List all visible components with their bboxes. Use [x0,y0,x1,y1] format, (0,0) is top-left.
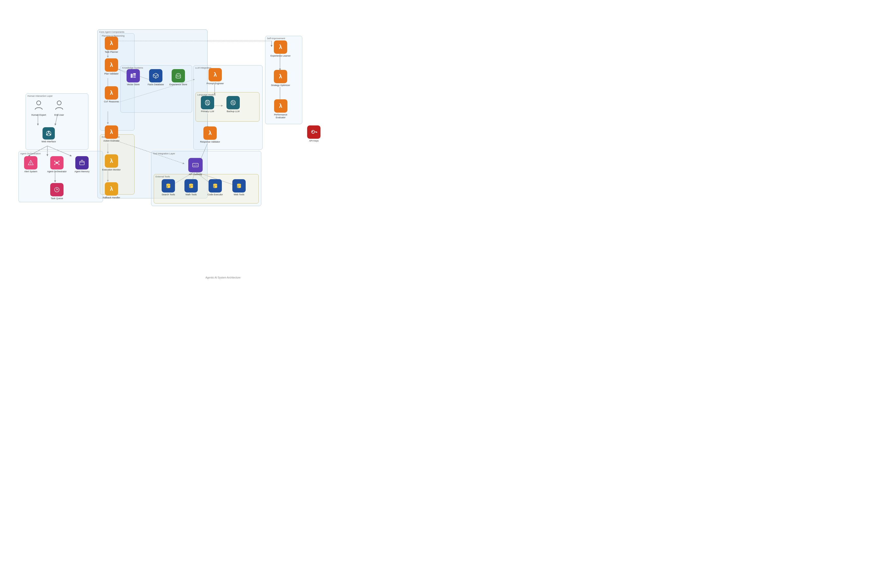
action-executor-label: Action Executor [103,140,119,142]
alert-system-node: Alert System [21,156,41,173]
svg-point-38 [57,101,61,105]
response-validator-label: Response Validator [200,141,220,143]
vector-store-label: Vector Store [127,83,140,86]
api-keys-node: API Keys [304,125,324,142]
code-executor-node: Code Executor [205,179,226,196]
response-validator-icon: λ [203,126,217,140]
task-queue-node: Task Queue [47,183,67,200]
experience-learner-node: λ Experience Learner [270,40,291,57]
task-queue-label: Task Queue [51,197,63,200]
cot-reasoner-icon: λ [105,86,118,100]
facts-database-icon [149,69,162,82]
svg-line-44 [47,132,49,134]
math-tools-label: Math Tools [185,193,197,196]
svg-rect-30 [133,75,136,76]
human-expert-icon [33,99,44,113]
cot-reasoner-node: λ CoT Reasoner [101,86,122,103]
task-planner-icon: λ [105,37,118,50]
agent-orchestrator-icon [50,156,63,170]
execution-monitor-node: λ Execution Monitor [101,154,122,171]
plan-validator-icon: λ [105,58,118,72]
backup-llm-node: Backup LLM [223,96,244,113]
svg-line-53 [55,162,56,163]
primary-llm-node: Primary LLM [197,96,218,113]
performance-evaluator-label: Performance Evaluator [271,113,291,119]
agent-memory-node: Agent Memory [72,156,92,173]
task-queue-icon [50,183,63,196]
response-validator-node: λ Response Validator [200,126,220,143]
strategy-optimizer-icon: λ [274,70,287,83]
api-gateway-label: API Gateway [189,173,202,176]
svg-point-52 [59,164,60,165]
experience-store-label: Experience Store [169,83,187,86]
svg-point-41 [50,134,51,135]
end-user-icon [54,99,65,113]
api-gateway-icon: </> [188,158,203,172]
api-keys-icon [307,125,320,139]
svg-point-65 [57,189,57,190]
human-interaction-label: Human Interaction Layer [27,95,53,97]
prompt-engineer-label: Prompt Engineer [206,82,224,85]
svg-point-47 [30,164,31,165]
knowledge-label: Knowledge Systems [122,66,143,69]
vector-store-node: Vector Store [123,69,143,86]
svg-point-71 [238,186,239,188]
svg-point-40 [48,131,50,132]
agent-orchestration-label: Agent Orchestration [20,152,41,155]
svg-point-48 [56,162,58,164]
end-user-node: End User [50,99,68,117]
performance-evaluator-icon: λ [274,99,287,112]
search-tools-icon [162,179,175,192]
svg-point-68 [167,186,168,188]
search-tools-label: Search Tools [162,193,175,196]
fallback-handler-label: Fallback Handler [103,196,120,199]
prompt-engineer-node: λ Prompt Engineer [205,68,226,85]
svg-point-42 [46,134,48,135]
api-gateway-node: </> API Gateway [185,158,206,176]
diagram-container: Core Agent Components Planning & Reasoni… [0,0,446,282]
experience-store-icon [171,69,185,82]
svg-line-55 [55,163,56,164]
strategy-optimizer-node: λ Strategy Optimizer [270,70,291,87]
end-user-label: End User [54,114,64,117]
svg-text:</>: </> [193,164,198,166]
plan-validator-node: λ Plan Validator [101,58,122,75]
experience-store-node: Experience Store [168,69,188,86]
svg-point-69 [190,186,191,188]
web-tools-label: Web Tools [234,193,244,196]
search-tools-node: Search Tools [158,179,179,196]
human-expert-node: Human Expert [30,99,48,117]
core-agent-label: Core Agent Components [99,31,125,33]
primary-llm-label: Primary LLM [201,110,214,113]
svg-rect-31 [133,77,136,78]
web-tools-icon [232,179,246,192]
api-keys-label: API Keys [309,140,319,142]
svg-rect-28 [131,74,133,78]
language-models-label: Language Models [197,93,216,96]
svg-point-76 [312,131,313,132]
fallback-handler-icon: λ [105,182,118,196]
diagram-title: Agentic AI System Architecture [205,276,241,279]
prompt-engineer-icon: λ [209,68,222,81]
web-interface-node: Web Interface [40,127,58,143]
action-executor-node: λ Action Executor [101,125,122,142]
task-planner-label: Task Planner [105,51,118,54]
svg-point-50 [59,161,60,162]
execution-monitor-label: Execution Monitor [102,168,121,171]
svg-point-72 [311,130,314,134]
task-planner-node: λ Task Planner [101,37,122,54]
alert-system-icon [24,156,38,170]
external-tools-label: External Tools [155,176,170,178]
math-tools-node: Math Tools [181,179,202,196]
backup-llm-label: Backup LLM [227,110,239,113]
web-interface-icon [42,127,55,140]
svg-point-37 [37,101,41,105]
svg-point-49 [54,161,56,162]
experience-learner-icon: λ [274,40,287,54]
agent-orchestrator-node: Agent Orchestrator [47,156,67,173]
web-interface-label: Web Interface [42,140,56,143]
facts-database-node: Facts Database [146,69,166,86]
web-tools-node: Web Tools [229,179,249,196]
agent-memory-label: Agent Memory [75,170,90,173]
math-tools-icon [185,179,198,192]
